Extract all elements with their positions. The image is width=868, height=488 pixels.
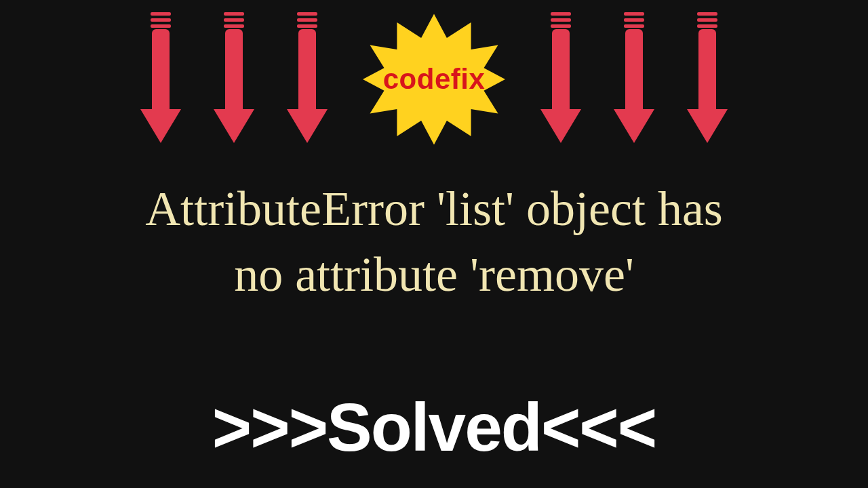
chevron-left-icon: <<< xyxy=(541,392,656,463)
arrow-row: codefix xyxy=(0,12,868,161)
arrow-group-left xyxy=(143,12,325,143)
chevron-right-icon: >>> xyxy=(212,392,327,463)
solved-banner: >>>Solved<<< xyxy=(0,393,868,461)
arrow-down-icon xyxy=(143,12,178,143)
solved-word: Solved xyxy=(327,389,541,465)
error-line-2: no attribute 'remove' xyxy=(0,242,868,308)
arrow-group-right xyxy=(543,12,725,143)
arrow-down-icon xyxy=(690,12,725,143)
thumbnail-canvas: codefix AttributeError 'list' object has… xyxy=(0,0,868,488)
badge-label: codefix xyxy=(383,63,486,96)
arrow-down-icon xyxy=(290,12,325,143)
starburst-badge: codefix xyxy=(363,8,505,150)
error-message: AttributeError 'list' object has no attr… xyxy=(0,176,868,308)
error-line-1: AttributeError 'list' object has xyxy=(0,176,868,242)
arrow-down-icon xyxy=(543,12,578,143)
arrow-down-icon xyxy=(616,12,652,143)
arrow-down-icon xyxy=(216,12,252,143)
